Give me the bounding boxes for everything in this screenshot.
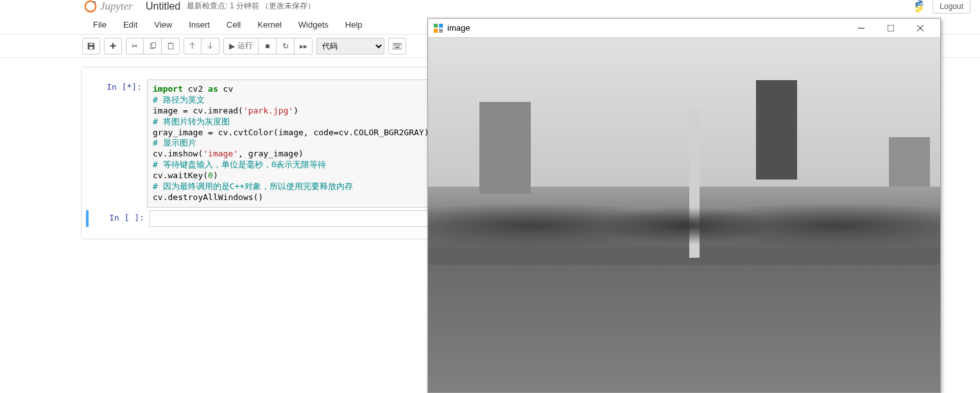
svg-rect-6 bbox=[393, 43, 402, 49]
cut-icon: ✂ bbox=[132, 42, 138, 51]
image-display bbox=[428, 38, 940, 392]
play-icon: ▶ bbox=[229, 42, 235, 51]
paste-button[interactable] bbox=[162, 38, 180, 54]
svg-rect-9 bbox=[397, 44, 399, 46]
notebook-header: Jupyter Untitled 最新检查点: 1 分钟前 （更改未保存） Lo… bbox=[0, 0, 980, 16]
svg-rect-7 bbox=[394, 44, 395, 46]
close-icon bbox=[917, 25, 924, 31]
save-icon bbox=[87, 42, 96, 51]
arrow-up-icon: 🡡 bbox=[189, 42, 196, 51]
save-button[interactable] bbox=[82, 38, 100, 54]
menu-cell[interactable]: Cell bbox=[218, 16, 249, 33]
svg-rect-14 bbox=[434, 29, 438, 33]
svg-rect-11 bbox=[395, 46, 400, 47]
menu-widgets[interactable]: Widgets bbox=[290, 16, 337, 33]
restart-run-button[interactable]: ▸▸ bbox=[295, 38, 313, 54]
svg-rect-15 bbox=[439, 29, 443, 33]
restart-button[interactable]: ↻ bbox=[277, 38, 295, 54]
menu-edit[interactable]: Edit bbox=[115, 16, 146, 33]
jupyter-logo[interactable]: Jupyter bbox=[83, 0, 133, 13]
run-button[interactable]: ▶运行 bbox=[223, 38, 259, 54]
checkpoint-status: 最新检查点: 1 分钟前 （更改未保存） bbox=[187, 1, 315, 12]
cell-type-select[interactable]: 代码 bbox=[316, 38, 384, 54]
logout-button[interactable]: Logout bbox=[933, 0, 970, 13]
jupyter-label: Jupyter bbox=[100, 0, 133, 13]
menu-view[interactable]: View bbox=[146, 16, 180, 33]
maximize-icon bbox=[888, 25, 894, 31]
paste-icon bbox=[167, 42, 175, 50]
jupyter-icon bbox=[83, 0, 98, 13]
plus-icon: ✚ bbox=[110, 42, 116, 51]
menu-kernel[interactable]: Kernel bbox=[249, 16, 290, 33]
interrupt-button[interactable]: ■ bbox=[259, 38, 277, 54]
svg-rect-13 bbox=[439, 24, 443, 28]
restart-icon: ↻ bbox=[282, 42, 289, 51]
copy-icon bbox=[149, 42, 157, 50]
keyboard-icon bbox=[393, 43, 402, 49]
insert-cell-button[interactable]: ✚ bbox=[104, 38, 122, 54]
menu-help[interactable]: Help bbox=[337, 16, 371, 33]
window-titlebar[interactable]: image bbox=[428, 19, 940, 38]
maximize-button[interactable] bbox=[876, 19, 906, 38]
command-palette-button[interactable] bbox=[388, 38, 406, 54]
notebook-name[interactable]: Untitled bbox=[146, 1, 180, 12]
window-app-icon bbox=[433, 23, 443, 33]
run-label: 运行 bbox=[237, 40, 253, 51]
svg-rect-12 bbox=[434, 24, 438, 28]
stop-icon: ■ bbox=[265, 42, 270, 51]
svg-rect-3 bbox=[151, 42, 155, 47]
svg-rect-4 bbox=[168, 43, 173, 49]
svg-rect-10 bbox=[399, 44, 400, 46]
fast-forward-icon: ▸▸ bbox=[300, 42, 307, 51]
menu-file[interactable]: File bbox=[85, 16, 115, 33]
opencv-image-window: image bbox=[427, 18, 941, 393]
minimize-icon bbox=[858, 25, 864, 31]
menu-insert[interactable]: Insert bbox=[180, 16, 218, 33]
svg-rect-17 bbox=[888, 25, 894, 31]
close-button[interactable] bbox=[906, 19, 935, 38]
arrow-down-icon: 🡣 bbox=[207, 42, 214, 51]
svg-point-1 bbox=[94, 1, 96, 3]
move-up-button[interactable]: 🡡 bbox=[184, 38, 202, 54]
copy-button[interactable] bbox=[144, 38, 162, 54]
svg-rect-5 bbox=[169, 42, 171, 44]
input-prompt: In [*]: bbox=[86, 79, 147, 208]
input-prompt: In [ ]: bbox=[89, 210, 150, 227]
svg-rect-8 bbox=[395, 44, 397, 46]
cut-button[interactable]: ✂ bbox=[126, 38, 144, 54]
window-title: image bbox=[447, 23, 470, 33]
python-icon bbox=[912, 0, 926, 13]
minimize-button[interactable] bbox=[847, 19, 876, 38]
move-down-button[interactable]: 🡣 bbox=[202, 38, 219, 54]
